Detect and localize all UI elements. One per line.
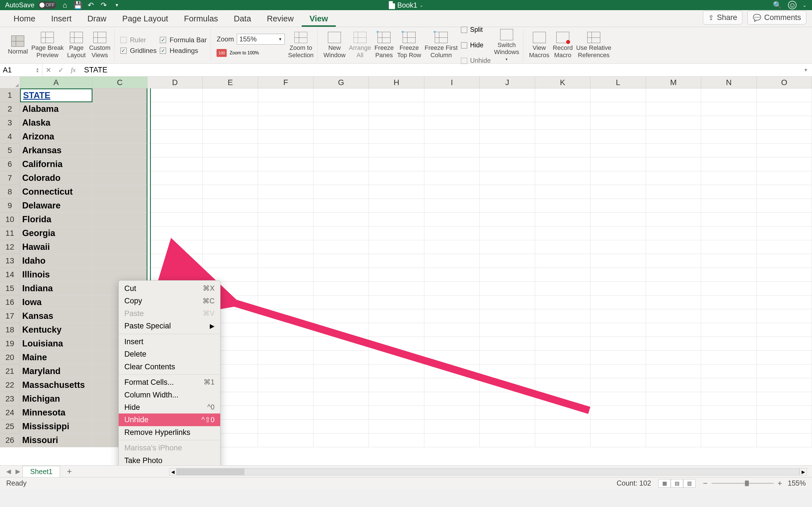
menu-item-take-photo[interactable]: Take Photo [119,454,220,465]
cell[interactable] [313,185,369,199]
cell[interactable] [258,392,313,406]
cell[interactable] [93,116,147,130]
cell[interactable] [479,171,535,185]
cell[interactable] [147,116,203,130]
cell[interactable] [757,337,812,351]
cell[interactable] [535,295,591,309]
cell[interactable] [258,337,313,351]
cell[interactable] [369,130,424,144]
cell[interactable] [479,213,535,226]
cell[interactable] [147,102,203,116]
cell[interactable] [258,226,313,240]
cell[interactable] [258,199,313,213]
autosave-toggle[interactable]: OFF [38,1,56,9]
cell[interactable] [757,420,812,434]
cell[interactable]: STATE [20,89,93,102]
row-header[interactable]: 2 [0,102,20,116]
cell[interactable] [757,213,812,226]
cell[interactable]: Indiana [20,282,93,295]
cell[interactable]: Maryland [20,364,93,378]
cancel-formula-icon[interactable]: ✕ [42,64,55,76]
cell[interactable] [479,185,535,199]
freeze-panes-button[interactable]: *Freeze Panes [374,32,394,59]
cell[interactable] [757,254,812,268]
cell[interactable] [757,89,812,102]
row-header[interactable]: 15 [0,282,20,295]
cell[interactable] [313,240,369,254]
cell[interactable] [313,199,369,213]
cell[interactable] [479,282,535,295]
cell[interactable] [313,351,369,364]
column-header-E[interactable]: E [203,76,258,88]
cell[interactable] [701,185,756,199]
cell[interactable] [147,158,203,171]
row-header[interactable]: 17 [0,309,20,323]
cell[interactable] [646,130,701,144]
cell[interactable] [313,171,369,185]
cell[interactable] [258,240,313,254]
cell[interactable] [757,130,812,144]
cell[interactable] [757,171,812,185]
cell[interactable] [369,378,424,392]
cell[interactable] [479,309,535,323]
cell[interactable] [646,171,701,185]
cell[interactable] [701,226,756,240]
column-header-H[interactable]: H [369,76,424,88]
cell[interactable] [535,226,591,240]
cell[interactable] [701,337,756,351]
tab-data[interactable]: Data [226,11,259,27]
comments-button[interactable]: 💬Comments [748,11,806,24]
zoom-select[interactable]: 155%▼ [237,34,285,45]
cell[interactable] [369,199,424,213]
cell[interactable] [424,268,479,282]
cell[interactable] [424,337,479,351]
cell[interactable] [646,392,701,406]
cell[interactable] [646,337,701,351]
cell[interactable] [591,226,646,240]
cell[interactable] [591,364,646,378]
cell[interactable] [369,240,424,254]
cell[interactable] [424,420,479,434]
unhide-button[interactable]: Unhide [461,54,491,68]
cell[interactable]: Arkansas [20,144,93,158]
cell[interactable]: Georgia [20,226,93,240]
cell[interactable] [646,364,701,378]
cell[interactable]: Delaware [20,199,93,213]
spreadsheet-grid[interactable]: ACDEFGHIJKLMNO 1STATE2Alabama3Alaska4Ari… [0,76,812,465]
select-all-corner[interactable] [0,76,20,88]
cell[interactable] [203,89,258,102]
cell[interactable] [701,102,756,116]
cell[interactable] [369,213,424,226]
cell[interactable] [313,295,369,309]
cell[interactable] [479,158,535,171]
cell[interactable]: Colorado [20,171,93,185]
cell[interactable] [757,364,812,378]
scroll-right-icon[interactable]: ▶ [800,468,807,475]
cell[interactable] [369,226,424,240]
cell[interactable] [424,185,479,199]
cell[interactable] [93,158,147,171]
cell[interactable] [424,406,479,420]
cell[interactable] [369,282,424,295]
row-header[interactable]: 19 [0,337,20,351]
sheet-nav-next[interactable]: ▶ [13,468,22,475]
cell[interactable]: Louisiana [20,337,93,351]
cell[interactable] [479,116,535,130]
cell[interactable] [701,240,756,254]
cell[interactable] [646,295,701,309]
cell[interactable] [147,171,203,185]
cell[interactable] [591,240,646,254]
zoom-percent[interactable]: 155% [788,479,806,487]
cell[interactable] [93,268,147,282]
menu-item-unhide[interactable]: Unhide^⇧0 [119,413,220,426]
column-header-F[interactable]: F [258,76,313,88]
cell[interactable] [701,213,756,226]
cell[interactable] [313,323,369,337]
cell[interactable] [203,130,258,144]
cell[interactable] [424,171,479,185]
cell[interactable] [479,144,535,158]
column-header-L[interactable]: L [591,76,646,88]
menu-item-remove-hyperlinks[interactable]: Remove Hyperlinks [119,426,220,439]
row-header[interactable]: 18 [0,323,20,337]
cell[interactable] [701,268,756,282]
